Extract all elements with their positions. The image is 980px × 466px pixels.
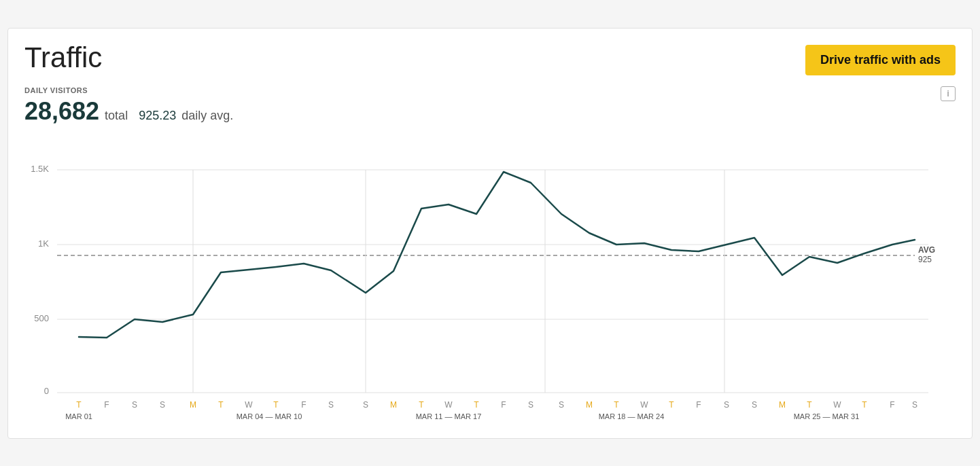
avg-value: 925.23: [139, 109, 176, 123]
svg-text:T: T: [474, 400, 479, 410]
svg-text:W: W: [833, 400, 841, 410]
svg-text:T: T: [76, 400, 82, 410]
avg-label: daily avg.: [181, 109, 233, 123]
stats-numbers: 28,682 total 925.23 daily avg.: [24, 97, 956, 126]
total-value: 28,682: [24, 97, 99, 126]
svg-text:M: M: [390, 400, 397, 410]
traffic-card: Traffic Drive traffic with ads DAILY VIS…: [7, 28, 973, 439]
svg-text:1.5K: 1.5K: [31, 164, 49, 174]
svg-text:S: S: [132, 400, 137, 410]
svg-text:1K: 1K: [38, 238, 49, 249]
drive-traffic-button[interactable]: Drive traffic with ads: [805, 45, 956, 75]
svg-text:T: T: [807, 400, 812, 410]
svg-text:T: T: [862, 400, 867, 410]
svg-text:S: S: [328, 400, 334, 410]
svg-text:F: F: [301, 400, 306, 410]
svg-text:T: T: [614, 400, 619, 410]
stats-label: DAILY VISITORS: [24, 86, 956, 94]
svg-text:S: S: [160, 400, 165, 410]
svg-text:AVG: AVG: [918, 245, 935, 255]
svg-text:S: S: [559, 400, 564, 410]
info-icon[interactable]: i: [941, 86, 956, 101]
svg-text:T: T: [218, 400, 224, 410]
svg-text:T: T: [419, 400, 424, 410]
svg-text:MAR 04 — MAR 10: MAR 04 — MAR 10: [237, 412, 302, 420]
svg-text:S: S: [752, 400, 757, 410]
svg-text:MAR 18 — MAR 24: MAR 18 — MAR 24: [599, 412, 665, 420]
svg-text:M: M: [779, 400, 786, 410]
svg-text:T: T: [669, 400, 674, 410]
stats-section: DAILY VISITORS 28,682 total 925.23 daily…: [24, 86, 956, 126]
svg-text:S: S: [363, 400, 368, 410]
svg-text:T: T: [273, 400, 279, 410]
svg-text:W: W: [640, 400, 648, 410]
card-header: Traffic Drive traffic with ads: [24, 42, 956, 75]
total-label: total: [105, 109, 128, 123]
svg-text:0: 0: [44, 386, 49, 396]
svg-text:M: M: [586, 400, 593, 410]
svg-text:MAR 01: MAR 01: [65, 412, 92, 420]
svg-text:500: 500: [34, 313, 49, 323]
svg-text:M: M: [190, 400, 196, 410]
svg-text:F: F: [104, 400, 109, 410]
svg-text:S: S: [528, 400, 533, 410]
svg-text:MAR 25 — MAR 31: MAR 25 — MAR 31: [794, 412, 860, 420]
traffic-chart: 1.5K 1K 500 0 AVG 925: [24, 132, 956, 425]
svg-text:S: S: [912, 400, 917, 410]
chart-container: 1.5K 1K 500 0 AVG 925: [24, 132, 956, 425]
svg-text:S: S: [724, 400, 729, 410]
svg-text:MAR 11 — MAR 17: MAR 11 — MAR 17: [416, 412, 482, 420]
svg-text:W: W: [444, 400, 453, 410]
svg-text:F: F: [696, 400, 701, 410]
svg-text:F: F: [501, 400, 506, 410]
traffic-line: [79, 172, 915, 338]
page-title: Traffic: [24, 42, 102, 73]
svg-text:925: 925: [918, 255, 932, 264]
svg-text:W: W: [245, 400, 253, 410]
svg-text:F: F: [890, 400, 894, 410]
